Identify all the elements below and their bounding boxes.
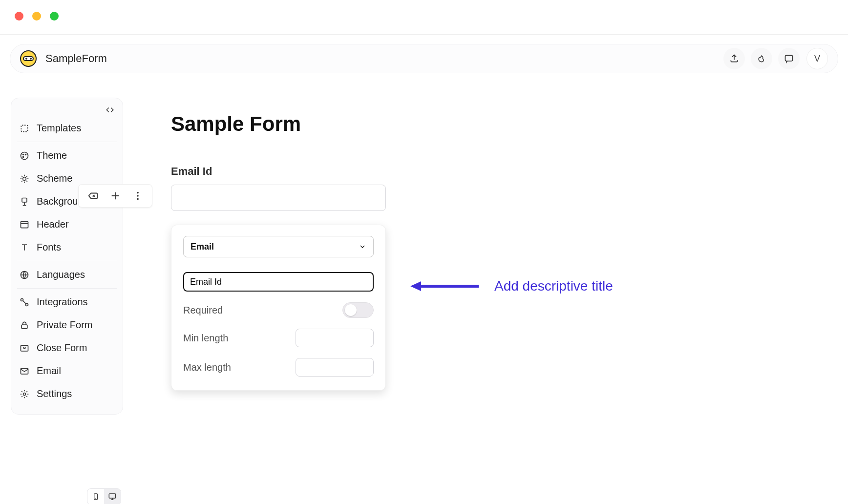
sidebar-item-label: Theme — [37, 150, 67, 161]
titlebar-separator — [0, 34, 848, 35]
svg-point-16 — [137, 192, 139, 194]
sidebar-item-label: Fonts — [37, 242, 61, 253]
palette-icon — [19, 150, 30, 161]
publish-button[interactable] — [751, 48, 772, 69]
app-logo-icon — [20, 50, 37, 67]
close-form-icon — [19, 343, 30, 354]
field-type-selected: Email — [191, 242, 214, 252]
sidebar-item-header[interactable]: Header — [16, 213, 118, 236]
max-length-label: Max length — [183, 362, 231, 373]
min-length-label: Min length — [183, 333, 228, 344]
scheme-toolbar — [78, 184, 152, 208]
user-avatar[interactable]: V — [806, 48, 828, 69]
app-title: SampleForm — [45, 52, 107, 65]
close-window-icon[interactable] — [15, 12, 23, 21]
sidebar-item-email[interactable]: Email — [16, 359, 118, 382]
window-controls — [15, 12, 59, 21]
svg-point-2 — [21, 152, 28, 159]
svg-point-18 — [137, 198, 139, 200]
sun-icon — [19, 173, 30, 184]
annotation: Add descriptive title — [410, 278, 613, 294]
sidebar-item-label: Private Form — [37, 319, 92, 331]
background-icon — [19, 196, 30, 207]
templates-icon — [19, 123, 30, 134]
sidebar-item-label: Header — [37, 219, 69, 230]
min-length-input[interactable] — [296, 329, 374, 347]
maximize-window-icon[interactable] — [50, 12, 59, 21]
sidebar-item-label: Integrations — [37, 296, 88, 308]
sidebar-item-close-form[interactable]: Close Form — [16, 336, 118, 359]
field-settings-popup: Email Required Min length Max length — [171, 225, 386, 391]
svg-rect-1 — [21, 125, 27, 131]
integrations-icon — [19, 297, 30, 308]
required-label: Required — [183, 305, 223, 316]
sidebar-item-label: Templates — [37, 123, 81, 134]
svg-rect-8 — [21, 221, 28, 228]
mobile-preview-button[interactable] — [87, 489, 104, 504]
desktop-preview-button[interactable] — [104, 489, 121, 504]
sidebar-item-theme[interactable]: Theme — [16, 144, 118, 167]
field-label-email: Email Id — [171, 165, 828, 178]
svg-rect-12 — [21, 325, 27, 329]
sidebar-item-private-form[interactable]: Private Form — [16, 314, 118, 336]
sidebar-item-languages[interactable]: Languages — [16, 263, 118, 286]
font-icon — [19, 242, 30, 253]
sidebar-item-label: Close Form — [37, 342, 87, 354]
header-icon — [19, 219, 30, 230]
form-canvas: Sample Form Email Id — [171, 112, 828, 211]
topbar: SampleForm V — [10, 44, 838, 73]
share-button[interactable] — [723, 48, 745, 69]
svg-point-6 — [23, 177, 26, 180]
max-length-input[interactable] — [296, 358, 374, 377]
svg-marker-22 — [410, 281, 421, 291]
sidebar: Templates Theme Scheme Background Header… — [11, 98, 123, 415]
svg-point-17 — [137, 195, 139, 197]
add-field-button[interactable] — [110, 190, 121, 201]
svg-rect-0 — [785, 55, 793, 61]
comments-button[interactable] — [778, 48, 800, 69]
sidebar-item-integrations[interactable]: Integrations — [16, 291, 118, 314]
sidebar-item-settings[interactable]: Settings — [16, 382, 118, 405]
annotation-text: Add descriptive title — [494, 278, 613, 294]
lock-icon — [19, 320, 30, 331]
svg-point-15 — [23, 393, 26, 395]
minimize-window-icon[interactable] — [32, 12, 41, 21]
chevron-down-icon — [359, 243, 366, 251]
svg-point-4 — [25, 154, 26, 155]
sidebar-item-label: Scheme — [37, 173, 72, 184]
sidebar-item-fonts[interactable]: Fonts — [16, 236, 118, 259]
more-options-button[interactable] — [132, 190, 143, 201]
svg-point-5 — [23, 156, 24, 157]
mail-icon — [19, 366, 30, 377]
gear-icon — [19, 389, 30, 399]
svg-rect-20 — [109, 494, 116, 498]
device-preview-toggle — [87, 488, 121, 504]
globe-icon — [19, 270, 30, 280]
sidebar-item-label: Settings — [37, 388, 72, 399]
svg-point-3 — [23, 154, 24, 155]
sidebar-item-templates[interactable]: Templates — [16, 117, 118, 140]
field-type-select[interactable]: Email — [183, 236, 374, 257]
code-toggle-button[interactable] — [103, 103, 117, 117]
sidebar-item-label: Languages — [37, 269, 85, 280]
svg-rect-7 — [22, 198, 27, 202]
delete-field-button[interactable] — [87, 190, 98, 201]
email-field[interactable] — [171, 185, 386, 211]
form-title[interactable]: Sample Form — [171, 112, 828, 136]
required-toggle[interactable] — [342, 302, 374, 318]
field-title-input[interactable] — [183, 272, 374, 292]
sidebar-item-label: Email — [37, 365, 61, 377]
arrow-left-icon — [410, 280, 479, 292]
